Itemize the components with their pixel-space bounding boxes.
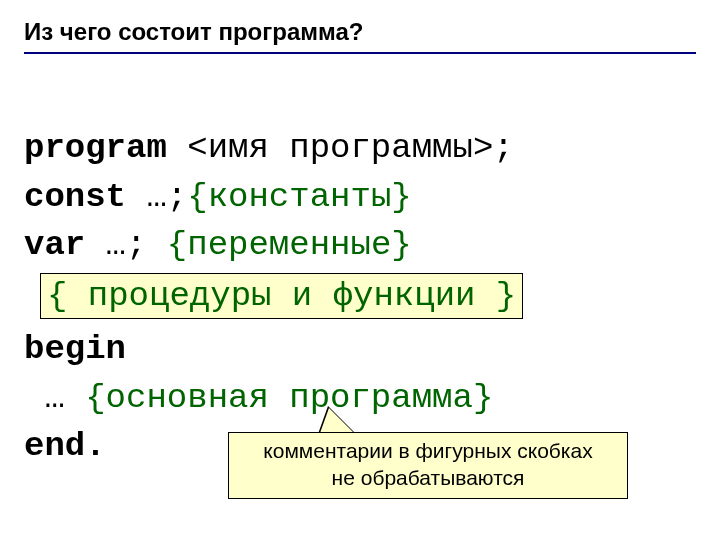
callout-pointer-icon <box>318 406 356 434</box>
callout: комментарии в фигурных скобках не обраба… <box>228 432 628 499</box>
program-name: <имя программы>; <box>167 129 514 167</box>
const-ellipsis: …; <box>126 178 187 216</box>
const-comment: {константы} <box>187 178 411 216</box>
main-comment: {основная программа} <box>85 379 493 417</box>
keyword-var: var <box>24 226 85 264</box>
callout-line1: комментарии в фигурных скобках <box>237 437 619 464</box>
keyword-end: end. <box>24 427 106 465</box>
main-ellipsis: … <box>24 379 85 417</box>
code-block: program <имя программы>; const …;{конста… <box>24 76 696 470</box>
procedures-box: { процедуры и функции } <box>40 273 523 319</box>
slide-title: Из чего состоит программа? <box>24 18 696 54</box>
callout-line2: не обрабатываются <box>237 464 619 491</box>
var-ellipsis: …; <box>85 226 167 264</box>
keyword-program: program <box>24 129 167 167</box>
keyword-begin: begin <box>24 330 126 368</box>
var-comment: {переменные} <box>167 226 412 264</box>
keyword-const: const <box>24 178 126 216</box>
